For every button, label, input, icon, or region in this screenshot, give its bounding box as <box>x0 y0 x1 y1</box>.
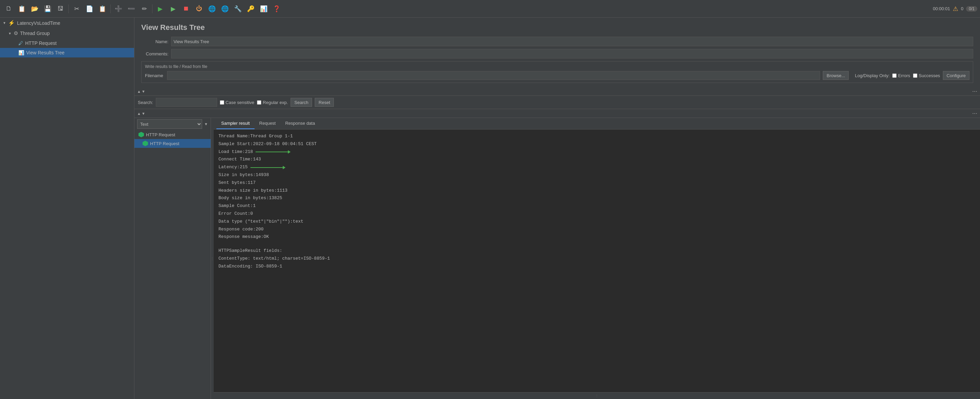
response-code-text: Response code:200 <box>218 226 264 233</box>
templates-button[interactable]: 📊 <box>258 3 270 15</box>
search-bar: Search: Case sensitive Regular exp. Sear… <box>138 98 977 107</box>
case-sensitive-checkbox[interactable] <box>220 100 224 104</box>
open-button[interactable]: 📂 <box>29 3 41 15</box>
search-label: Search: <box>138 100 153 105</box>
sidebar-item-view-results-tree[interactable]: 📊 View Results Tree <box>0 48 134 57</box>
filename-input[interactable] <box>167 71 820 80</box>
successes-checkbox[interactable] <box>913 73 917 78</box>
successes-label: Successes <box>919 73 940 78</box>
filename-label: Filename <box>145 73 163 78</box>
remote-start-button[interactable]: 🌐 <box>206 3 218 15</box>
search-input[interactable] <box>156 98 217 107</box>
browse-button[interactable]: Browse... <box>823 71 849 80</box>
sidebar-root[interactable]: ▼ ⚡ LatencyVsLoadTime <box>0 18 134 28</box>
sidebar-item-http-request[interactable]: 🖊 HTTP Request <box>0 38 134 48</box>
open-templates-button[interactable]: 📋 <box>16 3 28 15</box>
name-row: Name: <box>141 37 973 46</box>
remote-stop-button[interactable]: 🌐 <box>219 3 231 15</box>
shield-icon-child <box>143 141 148 146</box>
remove-button[interactable]: ➖ <box>125 3 137 15</box>
response-message-text: Response message:OK <box>218 233 269 241</box>
help-button[interactable]: ❓ <box>270 3 283 15</box>
sidebar-thread-group-label: Thread Group <box>20 30 50 36</box>
results-tree-header: Text HTML XML JSON ▼ <box>134 118 211 130</box>
sidebar-root-label: LatencyVsLoadTime <box>17 21 60 26</box>
cut-button[interactable]: ✂ <box>70 3 83 15</box>
root-expand-arrow: ▼ <box>3 21 6 25</box>
sidebar: ▼ ⚡ LatencyVsLoadTime ▼ ⚙ Thread Group 🖊… <box>0 18 134 399</box>
reset-button[interactable]: Reset <box>315 98 334 107</box>
divider-bottom: ▲ ▼ ··· <box>134 109 980 118</box>
content-type-line: ContentType: text/html; charset=ISO-8859… <box>218 255 975 262</box>
http-request-parent-label: HTTP Request <box>146 132 175 137</box>
connect-time-line: Connect Time:143 <box>218 156 975 163</box>
grip-vertical[interactable]: ⋮ <box>211 118 214 399</box>
thread-name-line: Thread Name:Thread Group 1-1 <box>218 133 975 140</box>
save-as-button[interactable]: 🖫 <box>54 3 67 15</box>
function-helper-button[interactable]: 🔑 <box>245 3 257 15</box>
divider-top: ▲ ▼ ··· <box>134 87 980 96</box>
root-icon: ⚡ <box>8 20 15 26</box>
results-tree-http-child[interactable]: HTTP Request <box>134 139 211 148</box>
new-button[interactable]: 🗋 <box>3 3 15 15</box>
file-section: Write results to file / Read from file F… <box>141 61 973 83</box>
dots-menu-bottom[interactable]: ··· <box>972 110 977 117</box>
result-tabs: Sampler result Request Response data <box>214 118 980 130</box>
data-encoding-text: DataEncoding: ISO-8859-1 <box>218 263 282 270</box>
latency-arrow <box>250 166 285 169</box>
collapse-arrows-top[interactable]: ▲ ▼ <box>137 89 145 93</box>
sidebar-view-results-tree-label: View Results Tree <box>26 50 65 55</box>
thread-name-text: Thread Name:Thread Group 1-1 <box>218 133 293 140</box>
results-tree: Text HTML XML JSON ▼ HTTP Request <box>134 118 211 399</box>
comments-label: Comments: <box>141 51 169 56</box>
clear-button[interactable]: ✏ <box>138 3 150 15</box>
content-type-text: ContentType: text/html; charset=ISO-8859… <box>218 255 330 262</box>
bottom-grip-dots: ⋮ <box>595 394 598 397</box>
paste-button[interactable]: 📋 <box>96 3 108 15</box>
data-type-line: Data type ("text"|"bin"|""​):text <box>218 218 975 225</box>
result-detail: Sampler result Request Response data Thr… <box>214 118 980 399</box>
errors-checkbox[interactable] <box>892 73 897 78</box>
sidebar-http-request-label: HTTP Request <box>25 40 56 46</box>
response-message-line: Response message:OK <box>218 233 975 241</box>
tab-request[interactable]: Request <box>255 118 280 129</box>
load-time-arrow <box>256 150 291 154</box>
bottom-grip[interactable]: ⋮ <box>214 392 980 399</box>
sample-start-line: Sample Start:2022-09-18 00:04:51 CEST <box>218 141 975 148</box>
separator-2 <box>110 5 111 13</box>
fraction-badge: 0/1 <box>966 6 977 11</box>
regular-exp-label: Regular exp. <box>263 100 288 105</box>
shutdown-button[interactable]: ⏻ <box>193 3 205 15</box>
results-area: Text HTML XML JSON ▼ HTTP Request <box>134 118 980 399</box>
text-format-select[interactable]: Text HTML XML JSON <box>137 119 202 129</box>
tab-sampler-result[interactable]: Sampler result <box>216 118 255 129</box>
thread-group-icon: ⚙ <box>14 30 18 36</box>
main-area: ▼ ⚡ LatencyVsLoadTime ▼ ⚙ Thread Group 🖊… <box>0 18 980 399</box>
copy-button[interactable]: 📄 <box>83 3 95 15</box>
dots-menu-top[interactable]: ··· <box>972 88 977 95</box>
remote-exit-button[interactable]: 🔧 <box>232 3 244 15</box>
start-button[interactable]: ▶ <box>154 3 166 15</box>
timer-display: 00:00:01 <box>933 6 950 11</box>
add-button[interactable]: ➕ <box>112 3 124 15</box>
name-input[interactable] <box>171 37 973 46</box>
http-request-child-label: HTTP Request <box>150 141 179 146</box>
save-button[interactable]: 💾 <box>41 3 54 15</box>
collapse-arrows-bottom[interactable]: ▲ ▼ <box>137 111 145 116</box>
case-sensitive-group: Case sensitive <box>220 100 255 105</box>
comments-input[interactable] <box>171 49 973 59</box>
sidebar-item-thread-group[interactable]: ▼ ⚙ Thread Group <box>0 28 134 38</box>
file-row: Filename Browse... Log/Display Only: Err… <box>145 71 969 80</box>
results-tree-http-parent[interactable]: HTTP Request <box>134 130 211 139</box>
start-no-pause-button[interactable]: ▶ <box>167 3 179 15</box>
load-time-line: Load time:218 <box>218 149 975 156</box>
body-size-line: Body size in bytes:13825 <box>218 195 975 202</box>
regular-exp-checkbox[interactable] <box>257 100 261 104</box>
sample-count-text: Sample Count:1 <box>218 203 256 210</box>
log-display-label: Log/Display Only: <box>855 73 889 78</box>
size-bytes-text: Size in bytes:14938 <box>218 172 269 179</box>
search-button[interactable]: Search <box>291 98 312 107</box>
configure-button[interactable]: Configure <box>943 71 969 80</box>
stop-button[interactable]: ⏹ <box>180 3 192 15</box>
tab-response-data[interactable]: Response data <box>280 118 320 129</box>
